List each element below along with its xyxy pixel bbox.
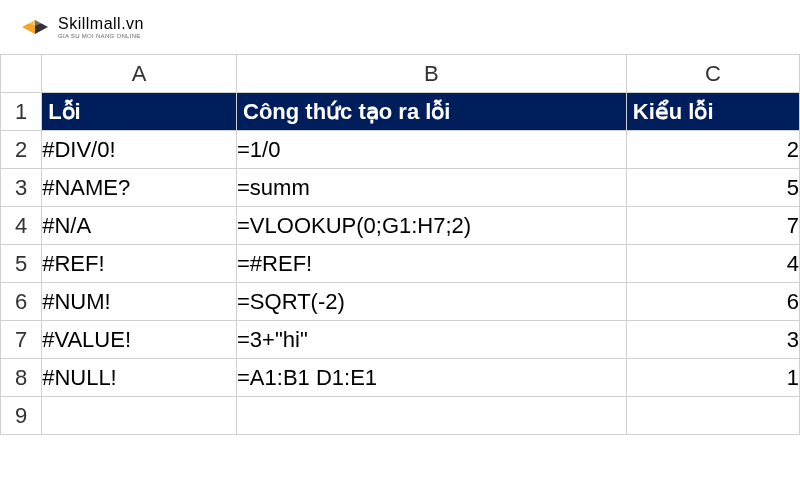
cell-c8[interactable]: 1: [626, 359, 799, 397]
row-header-7[interactable]: 7: [1, 321, 42, 359]
table-row-empty: 9: [1, 397, 800, 435]
row-header-5[interactable]: 5: [1, 245, 42, 283]
cell-c7[interactable]: 3: [626, 321, 799, 359]
cell-b4[interactable]: =VLOOKUP(0;G1:H7;2): [237, 207, 627, 245]
cell-c2[interactable]: 2: [626, 131, 799, 169]
table-row: 7 #VALUE! =3+"hi" 3: [1, 321, 800, 359]
cell-a1[interactable]: Lỗi: [42, 93, 237, 131]
logo-title: Skillmall.vn: [58, 15, 144, 33]
spreadsheet-grid[interactable]: A B C 1 Lỗi Công thức tạo ra lỗi Kiểu lỗ…: [0, 54, 800, 435]
row-header-6[interactable]: 6: [1, 283, 42, 321]
col-header-b[interactable]: B: [237, 55, 627, 93]
logo-icon: [20, 12, 50, 42]
col-header-c[interactable]: C: [626, 55, 799, 93]
cell-a5[interactable]: #REF!: [42, 245, 237, 283]
cell-c5[interactable]: 4: [626, 245, 799, 283]
table-row: 3 #NAME? =summ 5: [1, 169, 800, 207]
cell-c4[interactable]: 7: [626, 207, 799, 245]
row-header-2[interactable]: 2: [1, 131, 42, 169]
cell-b8[interactable]: =A1:B1 D1:E1: [237, 359, 627, 397]
table-header-row: 1 Lỗi Công thức tạo ra lỗi Kiểu lỗi: [1, 93, 800, 131]
table-row: 8 #NULL! =A1:B1 D1:E1 1: [1, 359, 800, 397]
cell-b5[interactable]: =#REF!: [237, 245, 627, 283]
cell-a8[interactable]: #NULL!: [42, 359, 237, 397]
row-header-1[interactable]: 1: [1, 93, 42, 131]
row-header-9[interactable]: 9: [1, 397, 42, 435]
logo-subtitle: GIA SU MOI NANG ONLINE: [58, 33, 144, 39]
cell-b9[interactable]: [237, 397, 627, 435]
cell-b3[interactable]: =summ: [237, 169, 627, 207]
cell-c9[interactable]: [626, 397, 799, 435]
cell-a4[interactable]: #N/A: [42, 207, 237, 245]
cell-a7[interactable]: #VALUE!: [42, 321, 237, 359]
cell-c6[interactable]: 6: [626, 283, 799, 321]
cell-b1[interactable]: Công thức tạo ra lỗi: [237, 93, 627, 131]
cell-a3[interactable]: #NAME?: [42, 169, 237, 207]
column-header-row: A B C: [1, 55, 800, 93]
row-header-8[interactable]: 8: [1, 359, 42, 397]
logo-text: Skillmall.vn GIA SU MOI NANG ONLINE: [58, 15, 144, 39]
table-row: 5 #REF! =#REF! 4: [1, 245, 800, 283]
cell-c1[interactable]: Kiểu lỗi: [626, 93, 799, 131]
cell-c3[interactable]: 5: [626, 169, 799, 207]
row-header-3[interactable]: 3: [1, 169, 42, 207]
table-row: 4 #N/A =VLOOKUP(0;G1:H7;2) 7: [1, 207, 800, 245]
table-row: 6 #NUM! =SQRT(-2) 6: [1, 283, 800, 321]
corner-cell[interactable]: [1, 55, 42, 93]
table-row: 2 #DIV/0! =1/0 2: [1, 131, 800, 169]
cell-a6[interactable]: #NUM!: [42, 283, 237, 321]
logo-area: Skillmall.vn GIA SU MOI NANG ONLINE: [0, 0, 800, 54]
cell-a2[interactable]: #DIV/0!: [42, 131, 237, 169]
cell-b2[interactable]: =1/0: [237, 131, 627, 169]
row-header-4[interactable]: 4: [1, 207, 42, 245]
cell-b7[interactable]: =3+"hi": [237, 321, 627, 359]
col-header-a[interactable]: A: [42, 55, 237, 93]
cell-a9[interactable]: [42, 397, 237, 435]
cell-b6[interactable]: =SQRT(-2): [237, 283, 627, 321]
